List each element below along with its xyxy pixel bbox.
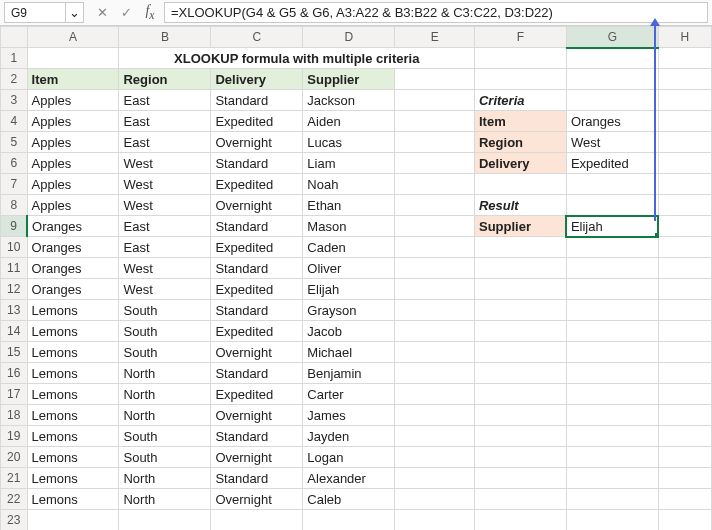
cell-item[interactable]: Lemons	[27, 489, 119, 510]
cell-supplier[interactable]: Logan	[303, 447, 395, 468]
cell[interactable]	[658, 258, 711, 279]
cell-item[interactable]: Apples	[27, 153, 119, 174]
cell-region[interactable]: North	[119, 489, 211, 510]
row-header[interactable]: 3	[1, 90, 28, 111]
criteria-value-region[interactable]: West	[566, 132, 658, 153]
cell[interactable]	[395, 195, 475, 216]
cell[interactable]	[395, 426, 475, 447]
cell-item[interactable]: Apples	[27, 111, 119, 132]
cell[interactable]	[658, 153, 711, 174]
result-label-supplier[interactable]: Supplier	[474, 216, 566, 237]
cell[interactable]	[395, 258, 475, 279]
row-header[interactable]: 16	[1, 363, 28, 384]
col-header[interactable]: B	[119, 27, 211, 48]
cell[interactable]	[658, 510, 711, 531]
cell[interactable]	[395, 468, 475, 489]
col-header[interactable]: D	[303, 27, 395, 48]
table-header[interactable]: Region	[119, 69, 211, 90]
criteria-heading[interactable]: Criteria	[474, 90, 566, 111]
table-header[interactable]: Delivery	[211, 69, 303, 90]
cell[interactable]	[658, 468, 711, 489]
cell[interactable]	[395, 447, 475, 468]
cell-supplier[interactable]: Caleb	[303, 489, 395, 510]
cell-region[interactable]: West	[119, 195, 211, 216]
cell[interactable]	[566, 258, 658, 279]
cell[interactable]	[474, 384, 566, 405]
cell[interactable]	[658, 447, 711, 468]
cell-region[interactable]: South	[119, 447, 211, 468]
cell-supplier[interactable]: Jackson	[303, 90, 395, 111]
cell[interactable]	[658, 321, 711, 342]
cell[interactable]	[395, 489, 475, 510]
cell[interactable]	[658, 489, 711, 510]
row-header[interactable]: 19	[1, 426, 28, 447]
cell[interactable]	[395, 510, 475, 531]
cell-supplier[interactable]: Caden	[303, 237, 395, 258]
cell[interactable]	[658, 405, 711, 426]
cell-region[interactable]: West	[119, 258, 211, 279]
cell-delivery[interactable]: Standard	[211, 363, 303, 384]
cell-item[interactable]: Lemons	[27, 405, 119, 426]
cell-supplier[interactable]: Liam	[303, 153, 395, 174]
criteria-value-delivery[interactable]: Expedited	[566, 153, 658, 174]
cell[interactable]	[474, 48, 566, 69]
formula-input[interactable]: =XLOOKUP(G4 & G5 & G6, A3:A22 & B3:B22 &…	[164, 2, 708, 23]
cell-supplier[interactable]: Lucas	[303, 132, 395, 153]
row-header[interactable]: 4	[1, 111, 28, 132]
cell-region[interactable]: West	[119, 153, 211, 174]
cell[interactable]	[566, 69, 658, 90]
cell[interactable]	[658, 426, 711, 447]
cell[interactable]	[566, 300, 658, 321]
cell[interactable]	[395, 384, 475, 405]
cell-delivery[interactable]: Standard	[211, 468, 303, 489]
cell-delivery[interactable]: Standard	[211, 426, 303, 447]
cell[interactable]	[303, 510, 395, 531]
cell[interactable]	[566, 510, 658, 531]
cell-region[interactable]: North	[119, 384, 211, 405]
cell-item[interactable]: Lemons	[27, 447, 119, 468]
cell[interactable]	[395, 279, 475, 300]
col-header[interactable]: C	[211, 27, 303, 48]
cell[interactable]	[395, 300, 475, 321]
col-header[interactable]: E	[395, 27, 475, 48]
row-header[interactable]: 6	[1, 153, 28, 174]
cell[interactable]	[566, 48, 658, 69]
cell-supplier[interactable]: Noah	[303, 174, 395, 195]
cell[interactable]	[658, 111, 711, 132]
cell-delivery[interactable]: Standard	[211, 258, 303, 279]
result-heading[interactable]: Result	[474, 195, 566, 216]
cell[interactable]	[658, 69, 711, 90]
cell[interactable]	[566, 342, 658, 363]
row-header[interactable]: 15	[1, 342, 28, 363]
cell[interactable]	[395, 321, 475, 342]
cell[interactable]	[566, 174, 658, 195]
cell-delivery[interactable]: Overnight	[211, 342, 303, 363]
cell[interactable]	[566, 279, 658, 300]
row-header[interactable]: 11	[1, 258, 28, 279]
cell-delivery[interactable]: Standard	[211, 153, 303, 174]
cell-supplier[interactable]: Elijah	[303, 279, 395, 300]
cell[interactable]	[566, 237, 658, 258]
cell[interactable]	[658, 384, 711, 405]
cell[interactable]	[658, 300, 711, 321]
cell-delivery[interactable]: Expedited	[211, 279, 303, 300]
row-header[interactable]: 10	[1, 237, 28, 258]
cell-delivery[interactable]: Overnight	[211, 489, 303, 510]
cell-region[interactable]: North	[119, 468, 211, 489]
cell[interactable]	[474, 300, 566, 321]
cell-item[interactable]: Oranges	[27, 279, 119, 300]
cell[interactable]	[658, 237, 711, 258]
cell-region[interactable]: South	[119, 342, 211, 363]
cell-region[interactable]: East	[119, 216, 211, 237]
cell[interactable]	[566, 489, 658, 510]
insert-function-button[interactable]: fx	[138, 0, 162, 25]
criteria-label-region[interactable]: Region	[474, 132, 566, 153]
cell[interactable]	[27, 48, 119, 69]
cell-supplier[interactable]: Benjamin	[303, 363, 395, 384]
cell-region[interactable]: West	[119, 279, 211, 300]
cell-region[interactable]: North	[119, 405, 211, 426]
cell-delivery[interactable]: Expedited	[211, 321, 303, 342]
cell-delivery[interactable]: Standard	[211, 216, 303, 237]
cell[interactable]	[474, 279, 566, 300]
cell[interactable]	[395, 153, 475, 174]
